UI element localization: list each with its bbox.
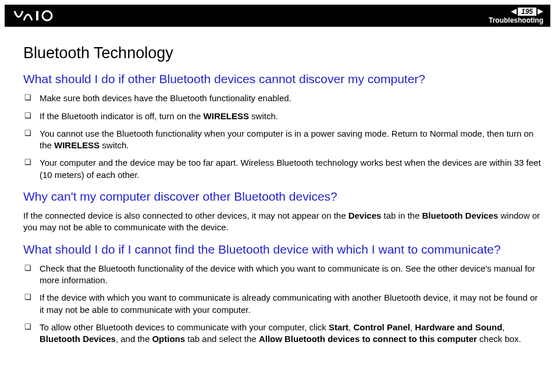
question-2-heading: Why can't my computer discover other Blu… bbox=[23, 189, 541, 204]
page-nav: 195 bbox=[511, 8, 543, 16]
question-1-heading: What should I do if other Bluetooth devi… bbox=[23, 72, 541, 87]
question-3-list: Check that the Bluetooth functionality o… bbox=[23, 263, 541, 345]
header-bar: 195 Troubleshooting bbox=[5, 5, 550, 27]
vaio-logo bbox=[14, 10, 70, 22]
question-3-heading: What should I do if I cannot find the Bl… bbox=[23, 242, 541, 257]
list-item: You cannot use the Bluetooth functionali… bbox=[23, 128, 541, 152]
list-item: If the Bluetooth indicator is off, turn … bbox=[23, 111, 541, 122]
header-right: 195 Troubleshooting bbox=[489, 8, 543, 24]
question-1-list: Make sure both devices have the Bluetoot… bbox=[23, 92, 541, 181]
list-item: If the device with which you want to com… bbox=[23, 292, 541, 316]
list-item: To allow other Bluetooth devices to comm… bbox=[23, 322, 541, 345]
list-item: Make sure both devices have the Bluetoot… bbox=[23, 92, 541, 104]
page-title: Bluetooth Technology bbox=[23, 44, 541, 62]
section-label: Troubleshooting bbox=[489, 17, 543, 24]
svg-rect-0 bbox=[36, 11, 38, 20]
svg-point-1 bbox=[42, 11, 52, 20]
page-number: 195 bbox=[518, 8, 536, 16]
list-item: Your computer and the device may be too … bbox=[23, 157, 541, 181]
prev-page-arrow-icon[interactable] bbox=[511, 9, 517, 15]
page-content: Bluetooth Technology What should I do if… bbox=[0, 27, 555, 345]
question-2-body: If the connected device is also connecte… bbox=[23, 210, 541, 234]
next-page-arrow-icon[interactable] bbox=[538, 9, 543, 15]
list-item: Check that the Bluetooth functionality o… bbox=[23, 263, 541, 287]
